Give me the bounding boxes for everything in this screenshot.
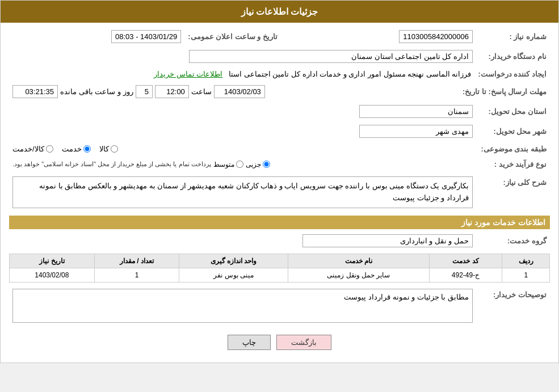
- cell-kod: ح-49-492: [429, 268, 502, 282]
- col-radif: ردیف: [502, 254, 550, 268]
- sharh-label: شرح کلی نیاز:: [476, 175, 550, 210]
- cell-date: 1403/02/08: [10, 268, 95, 282]
- mohlat-label: مهلت ارسال پاسخ: تا تاریخ:: [459, 83, 550, 100]
- print-button[interactable]: چاپ: [228, 335, 271, 350]
- table-row: 1ح-49-492سایر حمل ونقل زمینیمینی بوس نفر…: [10, 268, 550, 282]
- radio-motasat-label: متوسط: [213, 161, 234, 168]
- ostan-label: استان محل تحویل:: [476, 103, 550, 120]
- radio-khadamat-label: خدمت: [62, 145, 82, 153]
- tarikh-elan-value: 1403/01/29 - 08:03: [111, 30, 181, 43]
- baghimande-value: 03:21:35: [12, 85, 58, 98]
- col-date: تاریخ نیاز: [10, 254, 95, 268]
- tabaqe-label: طبقه بندی موضوعی:: [476, 143, 550, 155]
- goroh-value: حمل و نقل و انبارداری: [302, 234, 473, 247]
- ijad-konande-link[interactable]: اطلاعات تماس خریدار: [154, 70, 222, 78]
- nam-dastgah-value: اداره کل تامین اجتماعی استان سمنان: [189, 50, 473, 63]
- radio-khadamat[interactable]: خدمت: [62, 145, 91, 153]
- radio-jazii-label: جزیی: [246, 161, 261, 168]
- ijad-konande-value: فرزانه الماسی نهنجه مسئول امور اداری و خ…: [229, 70, 471, 78]
- col-name: نام خدمت: [288, 254, 429, 268]
- farayand-note: پرداخت تمام یا بخشی از مبلغ خریدار از مح…: [12, 161, 211, 168]
- radio-jazii-input[interactable]: [263, 161, 270, 168]
- radio-khadamat-input[interactable]: [83, 145, 91, 153]
- toseef-label: توصیحات خریدار:: [476, 287, 550, 324]
- radio-kala-khadamat[interactable]: کالا/خدمت: [12, 145, 53, 153]
- radio-kala-input[interactable]: [111, 145, 118, 153]
- ijad-konande-label: ایجاد کننده درخواست:: [474, 68, 550, 80]
- col-count: تعداد / مقدار: [94, 254, 179, 268]
- radio-kala[interactable]: کالا: [99, 145, 118, 153]
- button-row: چاپ بازگشت: [9, 328, 550, 357]
- nam-dastgah-label: نام دستگاه خریدار:: [476, 48, 550, 65]
- tarikh-elan-label: تاریخ و ساعت اعلان عمومی:: [184, 28, 281, 45]
- cell-radif: 1: [502, 268, 550, 282]
- saat-value: 12:00: [155, 85, 189, 98]
- back-button[interactable]: بازگشت: [276, 335, 331, 350]
- page-title: جزئیات اطلاعات نیاز: [1, 1, 558, 23]
- shomare-niaz-label: شماره نیاز :: [476, 28, 550, 45]
- baghimande-label: ساعت باقی مانده: [60, 87, 115, 96]
- roz-label: روز و: [117, 87, 133, 96]
- tarikh-value: 1403/02/03: [214, 85, 265, 98]
- shomare-niaz-value: 1103005842000006: [399, 30, 473, 43]
- radio-kala-label: کالا: [99, 145, 109, 153]
- noe-farayand-label: نوع فرآیند خرید :: [476, 158, 550, 170]
- cell-count: 1: [94, 268, 179, 282]
- radio-motasat[interactable]: متوسط: [213, 161, 243, 168]
- toseef-value: مطابق با جزئیات و نمونه قرارداد پیوست: [12, 289, 473, 323]
- shahr-value: مهدی شهر: [359, 125, 473, 138]
- saat-label: ساعت: [191, 87, 212, 96]
- ostan-value: سمنان: [359, 105, 473, 118]
- sharh-value: بکارگیری یک دستگاه مینی بوس با راننده جه…: [12, 176, 473, 208]
- cell-name: سایر حمل ونقل زمینی: [288, 268, 429, 282]
- khadamat-section-title: اطلاعات خدمات مورد نیاز: [9, 216, 550, 229]
- radio-motasat-input[interactable]: [236, 161, 243, 168]
- col-kod: کد خدمت: [429, 254, 502, 268]
- shahr-label: شهر محل تحویل:: [476, 123, 550, 140]
- col-unit: واحد اندازه گیری: [179, 254, 288, 268]
- goroh-label: گروه خدمت:: [476, 233, 550, 249]
- cell-unit: مینی بوس نفر: [179, 268, 288, 282]
- radio-kala-khadamat-label: کالا/خدمت: [12, 145, 44, 153]
- radio-kala-khadamat-input[interactable]: [46, 145, 53, 153]
- radio-jazii[interactable]: جزیی: [246, 161, 270, 168]
- roz-value: 5: [136, 85, 153, 98]
